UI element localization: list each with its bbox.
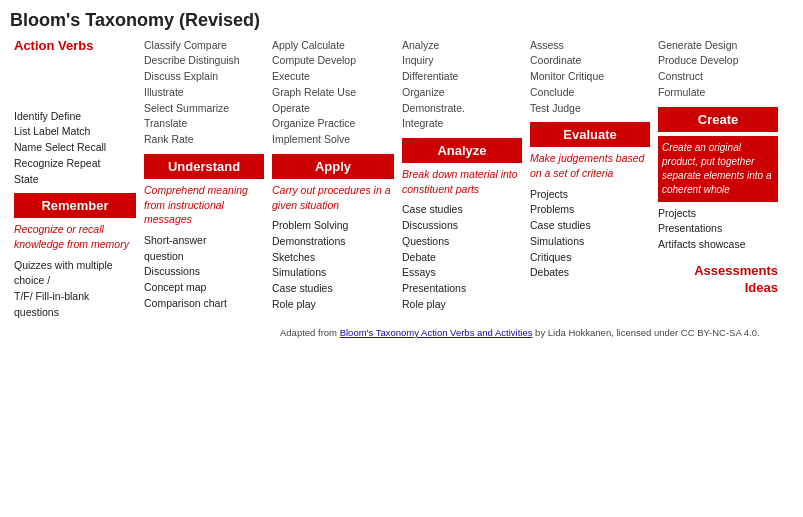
list-item: Sketches — [272, 250, 394, 266]
list-item: Case studies — [530, 218, 650, 234]
list-item: Simulations — [530, 234, 650, 250]
list-item: Discussions — [402, 218, 522, 234]
col4-activities: Projects Problems Case studies Simulatio… — [530, 187, 650, 282]
understand-italic: Comprehend meaning from instructional me… — [144, 183, 264, 227]
list-item: T/F/ Fill-in-blank — [14, 289, 136, 305]
col5-verbs: Generate Design Produce Develop Construc… — [658, 38, 778, 101]
list-item: Projects — [658, 206, 778, 222]
col0-activities: Quizzes with multiple choice / T/F/ Fill… — [14, 258, 136, 321]
footer-text-after: by Lida Hokkanen, licensed under CC BY-N… — [532, 327, 759, 338]
evaluate-column: Assess Coordinate Monitor Critique Concl… — [526, 38, 654, 321]
understand-box: Understand — [144, 154, 264, 179]
list-item: Case studies — [402, 202, 522, 218]
remember-italic: Recognize or recall knowledge from memor… — [14, 222, 136, 251]
list-item: questions — [14, 305, 136, 321]
list-item: Questions — [402, 234, 522, 250]
list-item: Presentations — [658, 221, 778, 237]
col5-activities: Projects Presentations Artifacts showcas… — [658, 206, 778, 253]
footer-text-before: Adapted from — [280, 327, 340, 338]
analyze-column: Analyze Inquiry Differentiate Organize D… — [398, 38, 526, 321]
list-item: question — [144, 249, 264, 265]
list-item: Projects — [530, 187, 650, 203]
create-italic: Create an original product, put together… — [662, 142, 772, 195]
col0-list: Identify Define List Label Match Name Se… — [14, 109, 136, 188]
apply-column: Apply Calculate Compute Develop Execute … — [268, 38, 398, 321]
assessments-ideas-label: Assessments Ideas — [658, 263, 778, 297]
remember-box: Remember — [14, 193, 136, 218]
list-item: Critiques — [530, 250, 650, 266]
main-layout: Action Verbs Identify Define List Label … — [10, 38, 793, 321]
list-item: Demonstrations — [272, 234, 394, 250]
create-box: Create — [658, 107, 778, 132]
page-container: Bloom's Taxonomy (Revised) Action Verbs … — [10, 10, 793, 338]
create-column: Generate Design Produce Develop Construc… — [654, 38, 782, 321]
title-column: Action Verbs Identify Define List Label … — [10, 38, 140, 321]
list-item: Debates — [530, 265, 650, 281]
list-item: Problems — [530, 202, 650, 218]
evaluate-box: Evaluate — [530, 122, 650, 147]
col3-verbs: Analyze Inquiry Differentiate Organize D… — [402, 38, 522, 133]
col1-activities: Short-answer question Discussions Concep… — [144, 233, 264, 312]
list-item: Concept map — [144, 280, 264, 296]
list-item: List Label Match — [14, 124, 136, 140]
list-item: Identify Define — [14, 109, 136, 125]
col1-verbs: Classify Compare Describe Distinguish Di… — [144, 38, 264, 148]
analyze-italic: Break down material into constituent par… — [402, 167, 522, 196]
list-item: Debate — [402, 250, 522, 266]
list-item: Name Select Recall — [14, 140, 136, 156]
list-item: Case studies — [272, 281, 394, 297]
list-item: State — [14, 172, 136, 188]
col4-verbs: Assess Coordinate Monitor Critique Concl… — [530, 38, 650, 117]
col3-activities: Case studies Discussions Questions Debat… — [402, 202, 522, 312]
list-item: Comparison chart — [144, 296, 264, 312]
list-item: Recognize Repeat — [14, 156, 136, 172]
list-item: Essays — [402, 265, 522, 281]
apply-box: Apply — [272, 154, 394, 179]
footer-link[interactable]: Bloom's Taxonomy Action Verbs and Activi… — [340, 327, 533, 338]
col2-activities: Problem Solving Demonstrations Sketches … — [272, 218, 394, 313]
main-title: Bloom's Taxonomy (Revised) — [10, 10, 793, 32]
list-item: Role play — [272, 297, 394, 313]
understand-column: Classify Compare Describe Distinguish Di… — [140, 38, 268, 321]
evaluate-italic: Make judgements based on a set of criter… — [530, 151, 650, 180]
list-item: Artifacts showcase — [658, 237, 778, 253]
list-item: Presentations — [402, 281, 522, 297]
top-title-area: Bloom's Taxonomy (Revised) — [10, 10, 793, 32]
list-item: Discussions — [144, 264, 264, 280]
footer: Adapted from Bloom's Taxonomy Action Ver… — [10, 327, 793, 338]
col2-verbs: Apply Calculate Compute Develop Execute … — [272, 38, 394, 148]
apply-italic: Carry out procedures in a given situatio… — [272, 183, 394, 212]
list-item: Quizzes with multiple choice / — [14, 258, 136, 290]
analyze-box: Analyze — [402, 138, 522, 163]
list-item: Short-answer — [144, 233, 264, 249]
list-item: Simulations — [272, 265, 394, 281]
action-verbs-label: Action Verbs — [14, 38, 136, 53]
list-item: Role play — [402, 297, 522, 313]
list-item: Problem Solving — [272, 218, 394, 234]
